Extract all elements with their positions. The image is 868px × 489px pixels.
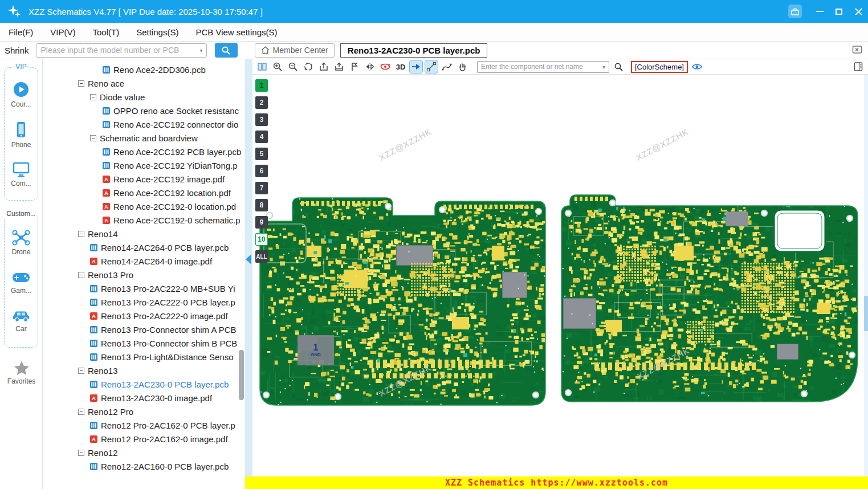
collapse-minus-icon[interactable] bbox=[78, 409, 84, 415]
panel-splitter[interactable] bbox=[245, 59, 252, 476]
tree-item[interactable]: Reno13 Pro-2AC222-0 PCB layer.p bbox=[43, 295, 245, 309]
briefcase-icon[interactable] bbox=[788, 5, 802, 18]
net-search-input[interactable] bbox=[478, 63, 599, 71]
viewer-scrollbar[interactable] bbox=[864, 75, 868, 476]
layer-button-10[interactable]: 10 bbox=[255, 233, 268, 246]
collapse-minus-icon[interactable] bbox=[78, 272, 84, 278]
menu-pcb-view-settings[interactable]: PCB View settings(S) bbox=[187, 27, 286, 37]
tree-item[interactable]: AReno Ace-2CC192 location.pdf bbox=[43, 186, 245, 199]
tree-item[interactable]: Reno13 Pro-Connector shim A PCB bbox=[43, 323, 245, 336]
tree-item[interactable]: Reno14-2AC264-0 PCB layer.pcb bbox=[43, 241, 245, 254]
pan-hand-icon[interactable] bbox=[456, 60, 468, 73]
tree-scrollbar[interactable] bbox=[239, 59, 244, 489]
split-view-icon[interactable] bbox=[256, 60, 268, 73]
tree-item[interactable]: Reno12-2AC160-0 PCB layer.pcb bbox=[43, 459, 245, 473]
collapse-minus-icon[interactable] bbox=[78, 231, 84, 237]
sidebar-item-course[interactable]: Cour... bbox=[11, 80, 31, 108]
model-search-button[interactable] bbox=[215, 43, 238, 58]
tree-item[interactable]: Reno13 Pro bbox=[43, 268, 245, 282]
tree-item[interactable]: Reno ace bbox=[43, 76, 245, 90]
close-panel-icon[interactable] bbox=[852, 45, 862, 54]
tree-item[interactable]: AReno13 Pro-2AC222-0 image.pdf bbox=[43, 309, 245, 323]
tree-item[interactable]: Reno13-2AC230-0 PCB layer.pcb bbox=[43, 377, 245, 391]
sidebar-item-car[interactable]: Car bbox=[11, 308, 31, 333]
tree-item[interactable]: AReno Ace-2CC192 image.pdf bbox=[43, 172, 245, 186]
tree-scrollbar-thumb[interactable] bbox=[239, 350, 244, 400]
menu-settings[interactable]: Settings(S) bbox=[128, 27, 187, 37]
flip-horizontal-icon[interactable] bbox=[364, 60, 376, 73]
tree-item[interactable]: Reno12 bbox=[43, 446, 245, 459]
chevron-down-icon[interactable]: ▾ bbox=[197, 47, 206, 54]
layer-button-6[interactable]: 6 bbox=[255, 165, 268, 177]
collapse-minus-icon[interactable] bbox=[90, 135, 96, 141]
tree-item[interactable]: Reno Ace-2CC192 YiDianTong.p bbox=[43, 158, 245, 172]
menu-tool[interactable]: Tool(T) bbox=[84, 27, 128, 37]
export-top-layer-icon[interactable] bbox=[317, 60, 330, 73]
pointer-arrow-icon[interactable] bbox=[410, 60, 422, 73]
shrink-button[interactable]: Shrink bbox=[5, 46, 29, 55]
member-center-button[interactable]: Member Center bbox=[255, 43, 335, 58]
sidebar-item-phone[interactable]: Phone bbox=[11, 121, 31, 149]
red-eye-icon[interactable] bbox=[379, 60, 392, 73]
curve-tool-icon[interactable] bbox=[441, 60, 453, 73]
layer-button-1[interactable]: 1 bbox=[255, 79, 268, 92]
maximize-button[interactable] bbox=[829, 0, 849, 23]
diagonal-measure-icon[interactable] bbox=[425, 60, 438, 73]
collapse-minus-icon[interactable] bbox=[78, 368, 84, 374]
layer-button-5[interactable]: 5 bbox=[255, 148, 268, 160]
collapse-minus-icon[interactable] bbox=[78, 450, 84, 456]
tree-item[interactable]: Reno13 bbox=[43, 364, 245, 377]
model-search-input[interactable] bbox=[36, 46, 197, 55]
eye-icon[interactable] bbox=[691, 60, 703, 73]
layer-button-all[interactable]: ALL bbox=[255, 250, 268, 263]
tree-item[interactable]: AReno14-2AC264-0 image.pdf bbox=[43, 254, 245, 268]
tree-item[interactable]: Reno12 Pro-2AC162-0 PCB layer.p bbox=[43, 418, 245, 432]
layer-button-9[interactable]: 9 bbox=[255, 216, 268, 229]
viewer-scrollbar-thumb[interactable] bbox=[864, 296, 868, 331]
menu-file[interactable]: File(F) bbox=[0, 27, 42, 37]
layer-button-8[interactable]: 8 bbox=[255, 199, 268, 211]
model-search-combo[interactable]: ▾ bbox=[36, 43, 207, 58]
tree-item[interactable]: Reno13 Pro-Light&Distance Senso bbox=[43, 350, 245, 364]
sidebar-item-game[interactable]: Gam... bbox=[11, 270, 31, 295]
sidebar-item-favorites[interactable]: Favorites bbox=[0, 360, 43, 385]
layer-button-4[interactable]: 4 bbox=[255, 131, 268, 143]
tree-item[interactable]: AReno12 Pro-2AC162-0 image.pdf bbox=[43, 432, 245, 446]
tree-item[interactable]: AReno13-2AC230-0 image.pdf bbox=[43, 391, 245, 405]
3d-mode-button[interactable]: 3D bbox=[394, 60, 407, 73]
collapse-tree-icon[interactable] bbox=[246, 254, 251, 264]
tree-item[interactable]: Reno Ace2-2DD306.pcb bbox=[43, 63, 245, 76]
sidebar-item-computer[interactable]: Com... bbox=[11, 161, 31, 188]
tree-item[interactable]: Reno13 Pro-Connector shim B PCB bbox=[43, 336, 245, 350]
menu-vip[interactable]: VIP(V) bbox=[42, 27, 84, 37]
document-tab[interactable]: Reno13-2AC230-0 PCB layer.pcb bbox=[340, 43, 488, 58]
zoom-out-icon[interactable] bbox=[287, 60, 299, 73]
layer-button-7[interactable]: 7 bbox=[255, 182, 268, 194]
tree-item[interactable]: Reno12 Pro bbox=[43, 405, 245, 418]
tree-item[interactable]: AReno Ace-2CC192-0 location.pd bbox=[43, 199, 245, 213]
collapse-minus-icon[interactable] bbox=[78, 80, 84, 87]
zoom-in-icon[interactable] bbox=[271, 60, 284, 73]
tree-item[interactable]: Reno Ace-2CC192 connector dio bbox=[43, 117, 245, 131]
zoom-fit-icon[interactable] bbox=[302, 60, 315, 73]
close-button[interactable] bbox=[849, 0, 868, 23]
layer-button-2[interactable]: 2 bbox=[255, 96, 268, 109]
tree-item[interactable]: Reno Ace-2CC192 PCB layer.pcb bbox=[43, 145, 245, 158]
layer-panel-icon[interactable] bbox=[852, 60, 865, 73]
collapse-minus-icon[interactable] bbox=[90, 94, 96, 100]
chevron-down-icon[interactable]: ▾ bbox=[599, 64, 609, 70]
net-search-icon[interactable] bbox=[612, 60, 625, 73]
layer-button-3[interactable]: 3 bbox=[255, 113, 268, 126]
tree-item[interactable]: Reno13 Pro-2AC222-0 MB+SUB Yi bbox=[43, 282, 245, 295]
flag-icon[interactable] bbox=[348, 60, 361, 73]
tree-item[interactable]: Schematic and boardview bbox=[43, 131, 245, 145]
pcb-canvas[interactable] bbox=[252, 75, 868, 476]
tree-item[interactable]: OPPO reno ace Socket resistanc bbox=[43, 104, 245, 117]
tree-item[interactable]: AReno Ace-2CC192-0 schematic.p bbox=[43, 213, 245, 227]
sidebar-item-drone[interactable]: Drone bbox=[11, 229, 31, 256]
minimize-button[interactable] bbox=[810, 0, 829, 23]
export-bottom-layer-icon[interactable] bbox=[333, 60, 345, 73]
tree-item[interactable]: Diode value bbox=[43, 90, 245, 104]
net-search-combo[interactable]: ▾ bbox=[477, 61, 609, 73]
tree-item[interactable]: Reno14 bbox=[43, 227, 245, 241]
